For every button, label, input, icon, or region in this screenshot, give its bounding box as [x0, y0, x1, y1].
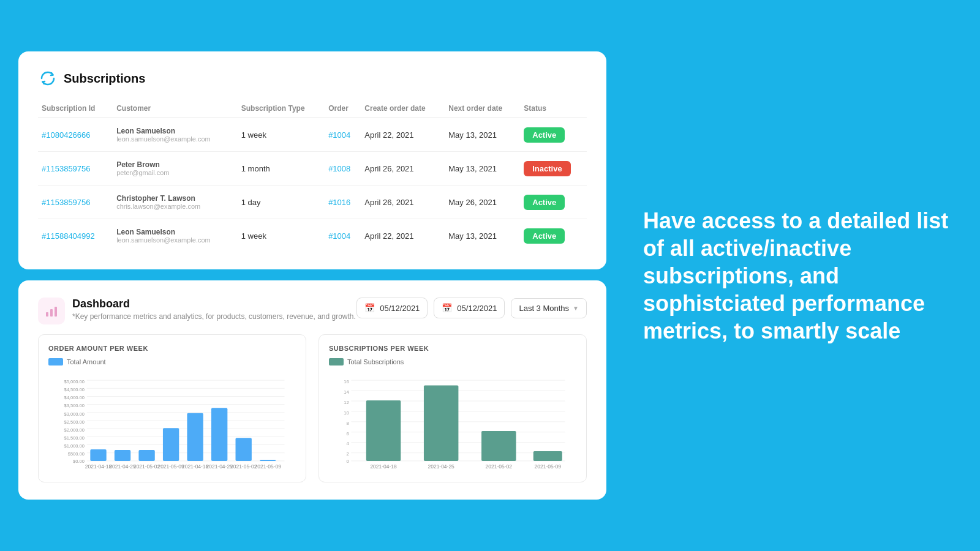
- subs-per-week-title: SUBSCRIPTIONS PER WEEK: [329, 345, 576, 352]
- svg-text:$3,000.00: $3,000.00: [64, 411, 85, 417]
- next-date: May 13, 2021: [445, 152, 520, 186]
- order-amount-title: ORDER AMOUNT PER WEEK: [48, 345, 296, 352]
- status-badge: Active: [524, 127, 565, 143]
- table-row: #1153859756 Peter Brown peter@gmail.com …: [38, 152, 587, 186]
- svg-text:2021-04-25: 2021-04-25: [428, 463, 455, 470]
- svg-rect-1: [50, 309, 53, 317]
- svg-rect-2: [55, 307, 57, 317]
- svg-rect-62: [533, 451, 562, 461]
- order-amount-svg: $5,000.00 $4,500.00 $4,000.00 $3,500.00 …: [48, 372, 296, 470]
- order-amount-chart: ORDER AMOUNT PER WEEK Total Amount $5,00…: [38, 334, 306, 482]
- status-badge: Inactive: [524, 161, 570, 176]
- date-from-value: 05/12/2021: [380, 304, 420, 313]
- svg-text:0: 0: [346, 459, 349, 464]
- next-date: May 13, 2021: [445, 118, 520, 152]
- svg-text:12: 12: [344, 400, 349, 405]
- order-amount-legend-label: Total Amount: [67, 358, 106, 365]
- svg-text:$1,000.00: $1,000.00: [64, 443, 85, 449]
- svg-text:2021-04-18: 2021-04-18: [370, 463, 397, 470]
- svg-text:$4,500.00: $4,500.00: [64, 387, 85, 392]
- subs-per-week-svg: 16 14 12 10 8 6 4 2 0: [329, 372, 576, 470]
- svg-text:$4,000.00: $4,000.00: [64, 395, 85, 400]
- status-badge: Active: [524, 195, 565, 210]
- svg-rect-26: [115, 450, 130, 461]
- create-date: April 22, 2021: [361, 118, 445, 152]
- legend-blue-dot: [48, 358, 63, 365]
- order-link[interactable]: #1016: [328, 198, 350, 207]
- svg-text:16: 16: [344, 379, 349, 384]
- table-row: #1080426666 Leon Samuelson leon.samuelso…: [38, 118, 587, 152]
- legend-teal-dot: [329, 358, 344, 365]
- next-date: May 26, 2021: [445, 186, 520, 219]
- svg-text:2021-05-02: 2021-05-02: [134, 463, 160, 470]
- svg-text:$2,500.00: $2,500.00: [64, 419, 85, 425]
- subscriptions-header: Subscriptions: [38, 69, 587, 88]
- col-order: Order: [325, 99, 361, 118]
- order-link[interactable]: #1004: [328, 231, 350, 241]
- customer-name: Leon Samuelson: [116, 228, 234, 236]
- status-badge: Active: [524, 228, 565, 244]
- svg-text:6: 6: [346, 431, 349, 437]
- customer-email: chris.lawson@example.com: [116, 203, 234, 210]
- subscriptions-per-week-chart: SUBSCRIPTIONS PER WEEK Total Subscriptio…: [318, 334, 587, 482]
- svg-text:$1,500.00: $1,500.00: [64, 435, 85, 441]
- svg-text:$0.00: $0.00: [73, 459, 85, 464]
- next-date: May 13, 2021: [445, 219, 520, 253]
- svg-text:2021-05-02: 2021-05-02: [486, 463, 513, 470]
- dashboard-icon-wrapper: [38, 298, 65, 324]
- subscriptions-table: Subscription Id Customer Subscription Ty…: [38, 99, 587, 252]
- subscription-id-link[interactable]: #1153859756: [42, 164, 91, 173]
- svg-text:2021-04-25: 2021-04-25: [109, 463, 136, 470]
- svg-text:$3,500.00: $3,500.00: [64, 403, 85, 408]
- subscriptions-card: Subscriptions Subscription Id Customer S…: [18, 51, 606, 269]
- period-select[interactable]: Last 3 Months ▼: [511, 298, 587, 318]
- promo-text: Have access to a detailed list of all ac…: [643, 207, 962, 345]
- left-panel: Subscriptions Subscription Id Customer S…: [18, 51, 606, 500]
- date-to-value: 05/12/2021: [457, 304, 497, 313]
- customer-email: leon.samuelson@example.com: [116, 135, 234, 143]
- order-link[interactable]: #1008: [328, 164, 350, 173]
- subscription-type: 1 day: [238, 186, 325, 219]
- subscription-type: 1 week: [238, 219, 325, 253]
- bar-chart-icon: [44, 304, 59, 318]
- right-panel: Have access to a detailed list of all ac…: [631, 207, 962, 345]
- subscription-type: 1 month: [238, 152, 325, 186]
- refresh-icon: [38, 69, 58, 88]
- period-label: Last 3 Months: [519, 304, 569, 313]
- calendar-icon-from: 📅: [364, 303, 375, 313]
- dashboard-controls: 📅 05/12/2021 📅 05/12/2021 Last 3 Months …: [356, 298, 587, 318]
- create-date: April 26, 2021: [361, 186, 445, 219]
- svg-text:2: 2: [346, 451, 349, 457]
- create-date: April 26, 2021: [361, 152, 445, 186]
- customer-email: leon.samuelson@example.com: [116, 236, 234, 244]
- customer-name: Leon Samuelson: [116, 127, 234, 135]
- svg-rect-0: [46, 312, 48, 317]
- subscriptions-table-wrapper: Subscription Id Customer Subscription Ty…: [38, 99, 587, 252]
- svg-text:$2,000.00: $2,000.00: [64, 427, 85, 433]
- subscription-type: 1 week: [238, 118, 325, 152]
- svg-rect-25: [90, 449, 106, 461]
- subscription-id-link[interactable]: #1080426666: [42, 130, 91, 140]
- col-subscription-id: Subscription Id: [38, 99, 113, 118]
- order-link[interactable]: #1004: [328, 130, 350, 140]
- customer-name: Christopher T. Lawson: [116, 194, 234, 203]
- dashboard-text: Dashboard *Key performance metrics and a…: [72, 298, 356, 321]
- subscriptions-title: Subscriptions: [64, 72, 145, 86]
- date-from-input[interactable]: 📅 05/12/2021: [356, 298, 428, 318]
- svg-text:10: 10: [344, 410, 349, 416]
- subscription-id-link[interactable]: #1153859756: [42, 198, 91, 207]
- svg-text:14: 14: [344, 389, 349, 395]
- dashboard-card: Dashboard *Key performance metrics and a…: [18, 280, 606, 500]
- subscription-id-link[interactable]: #11588404992: [42, 231, 95, 241]
- col-type: Subscription Type: [238, 99, 325, 118]
- customer-name: Peter Brown: [116, 160, 234, 169]
- col-status: Status: [520, 99, 587, 118]
- subs-per-week-legend: Total Subscriptions: [329, 358, 576, 365]
- date-to-input[interactable]: 📅 05/12/2021: [434, 298, 505, 318]
- svg-text:2021-04-18: 2021-04-18: [85, 463, 112, 470]
- create-date: April 22, 2021: [361, 219, 445, 253]
- col-next-date: Next order date: [445, 99, 520, 118]
- svg-text:2021-04-25: 2021-04-25: [206, 463, 233, 470]
- svg-text:8: 8: [346, 421, 349, 426]
- svg-rect-28: [163, 428, 179, 461]
